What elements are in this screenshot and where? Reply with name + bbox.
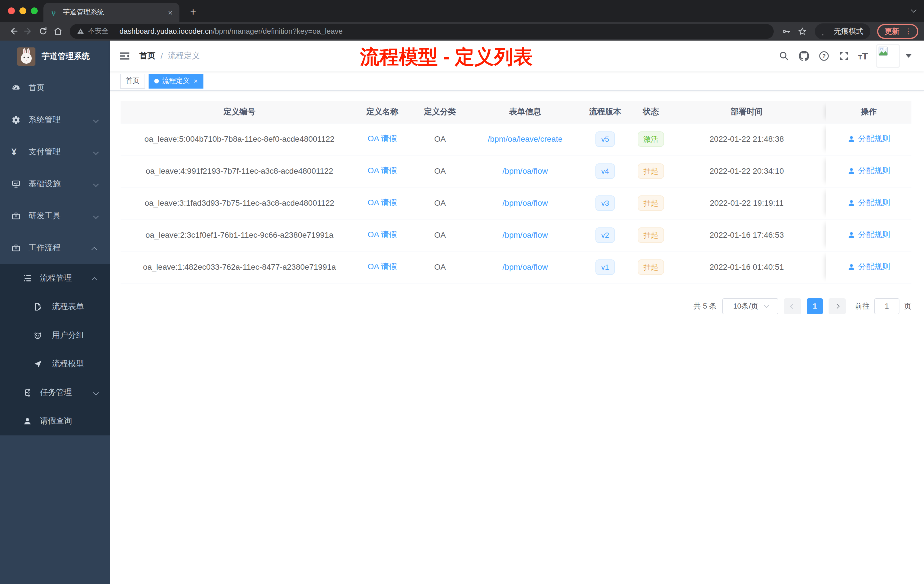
back-icon[interactable] [6, 24, 21, 39]
sidebar-item-system-management[interactable]: 系统管理 [0, 104, 110, 136]
warning-icon [77, 27, 84, 35]
form-link-cell: /bpm/oa/flow [474, 155, 577, 187]
definition-category: OA [434, 198, 446, 208]
forward-icon[interactable] [21, 24, 35, 39]
sidebar-item-user-group[interactable]: 用户分组 [0, 321, 110, 350]
definition-id: oa_leave:4:991f2193-7b7f-11ec-a3c8-acde4… [146, 166, 333, 175]
omnibox-divider [114, 27, 114, 35]
minimize-window-button[interactable] [20, 7, 26, 14]
sidebar-item-label: 流程表单 [52, 302, 84, 312]
sidebar-item-process-management[interactable]: 流程管理 [0, 264, 110, 292]
assign-rule-link-cell: 分配规则 [826, 187, 911, 219]
page-number-button[interactable]: 1 [807, 298, 823, 314]
font-size-icon[interactable]: TT [858, 51, 868, 61]
version-badge: v1 [596, 259, 615, 275]
sidebar-item-process-form[interactable]: 流程表单 [0, 292, 110, 321]
tag-home[interactable]: 首页 [120, 73, 145, 88]
close-window-button[interactable] [8, 7, 15, 14]
sidebar-item-home[interactable]: 首页 [0, 72, 110, 104]
new-tab-button[interactable]: + [186, 5, 200, 19]
definition-name-link[interactable]: OA 请假 [368, 166, 397, 175]
address-bar[interactable]: 不安全 dashboard.yudao.iocoder.cn/bpm/manag… [70, 24, 774, 39]
zoom-window-button[interactable] [31, 7, 38, 14]
update-button[interactable]: 更新 ⋮ [877, 24, 918, 39]
table-row: oa_leave:1:482ec033-762a-11ec-8477-a2380… [120, 251, 911, 283]
pagination-total: 共 5 条 [693, 301, 716, 311]
assign-rule-link-cell: 分配规则 [826, 251, 911, 283]
sidebar-item-payment-management[interactable]: ¥支付管理 [0, 136, 110, 168]
definition-id: oa_leave:1:482ec033-762a-11ec-8477-a2380… [143, 262, 336, 271]
sidebar-item-process-model[interactable]: 流程模型 [0, 350, 110, 378]
user-icon [23, 417, 32, 426]
tab-search-chevron-icon[interactable] [911, 5, 915, 15]
tags-bar: 首页 流程定义 × [110, 71, 924, 91]
prev-page-button[interactable] [784, 298, 801, 314]
sidebar-item-task-management[interactable]: 任务管理 [0, 378, 110, 407]
definition-id-cell: oa_leave:1:482ec033-762a-11ec-8477-a2380… [120, 251, 358, 283]
form-link[interactable]: /bpm/oa/flow [503, 230, 548, 239]
key-icon[interactable] [779, 24, 793, 38]
sidebar-item-label: 研发工具 [28, 211, 61, 221]
browser-menu-kebab-icon[interactable]: ⋮ [904, 27, 912, 35]
home-icon[interactable] [50, 24, 65, 39]
bookmark-star-icon[interactable] [795, 24, 809, 38]
assign-rule-link[interactable]: 分配规则 [847, 198, 890, 208]
version-badge: v4 [596, 163, 615, 178]
chevron-down-icon [93, 388, 97, 397]
briefcase-icon [12, 243, 21, 252]
version-badge-cell: v4 [577, 155, 634, 187]
avatar-caret-icon[interactable] [906, 54, 911, 58]
tab-title: 芋道管理系统 [63, 7, 167, 17]
security-label[interactable]: 不安全 [88, 26, 109, 36]
tag-close-icon[interactable]: × [194, 77, 198, 85]
collapse-sidebar-icon[interactable] [119, 50, 130, 62]
tab-strip: 芋道管理系统 × + [0, 0, 924, 22]
reload-icon[interactable] [35, 24, 50, 39]
sidebar-item-dev-tools[interactable]: 研发工具 [0, 200, 110, 232]
sidebar-item-leave-query[interactable]: 请假查询 [0, 407, 110, 436]
definition-name-link[interactable]: OA 请假 [368, 230, 397, 239]
definition-name-link[interactable]: OA 请假 [368, 134, 397, 143]
avatar[interactable] [876, 45, 899, 68]
definition-category: OA [434, 230, 446, 239]
chevron-up-icon [93, 274, 97, 283]
form-link[interactable]: /bpm/oa/flow [503, 198, 548, 208]
next-page-button[interactable] [828, 298, 846, 314]
person-icon [847, 199, 855, 206]
goto-page-input[interactable] [874, 298, 899, 314]
definition-name-link[interactable]: OA 请假 [368, 262, 397, 271]
help-icon[interactable]: ? [818, 50, 830, 62]
definition-id: oa_leave:5:004b710b-7b8a-11ec-8ef0-acde4… [144, 134, 334, 144]
form-link-cell: /bpm/oa/leave/create [474, 123, 577, 155]
assign-rule-link[interactable]: 分配规则 [847, 134, 890, 144]
definition-name-link-cell: OA 请假 [358, 155, 406, 187]
breadcrumb-home[interactable]: 首页 [139, 51, 155, 61]
fullscreen-icon[interactable] [838, 50, 850, 62]
page-size-select[interactable]: 10条/页 [722, 298, 778, 314]
browser-tab[interactable]: 芋道管理系统 × [43, 3, 180, 22]
status-badge: 挂起 [638, 227, 664, 243]
sidebar-item-workflow[interactable]: 工作流程 [0, 232, 110, 264]
tab-close-icon[interactable]: × [167, 8, 174, 17]
definition-name-link[interactable]: OA 请假 [368, 198, 397, 207]
sidebar-item-infrastructure[interactable]: 基础设施 [0, 168, 110, 200]
tag-process-definition[interactable]: 流程定义 × [148, 73, 203, 88]
search-icon[interactable] [778, 50, 790, 62]
form-link[interactable]: /bpm/oa/flow [503, 166, 548, 175]
chevron-down-icon [93, 211, 97, 221]
assign-rule-link-cell: 分配规则 [826, 219, 911, 251]
sidebar-item-label: 用户分组 [52, 330, 84, 341]
assign-rule-link[interactable]: 分配规则 [847, 229, 890, 240]
incognito-label: 无痕模式 [834, 26, 863, 36]
robot-icon [33, 331, 42, 340]
deploy-time-cell: 2022-01-16 17:46:53 [668, 219, 826, 251]
version-badge: v2 [596, 227, 615, 243]
browser-window: 芋道管理系统 × + 不安全 dashboard.yudao.iocoder.c… [0, 0, 924, 584]
assign-rule-link[interactable]: 分配规则 [847, 261, 890, 272]
assign-rule-link[interactable]: 分配规则 [847, 165, 890, 176]
github-icon[interactable] [798, 50, 810, 62]
sidebar-item-label: 系统管理 [28, 115, 61, 125]
form-link[interactable]: /bpm/oa/leave/create [488, 134, 563, 144]
incognito-chip: 无痕模式 [815, 23, 870, 39]
form-link[interactable]: /bpm/oa/flow [503, 262, 548, 271]
